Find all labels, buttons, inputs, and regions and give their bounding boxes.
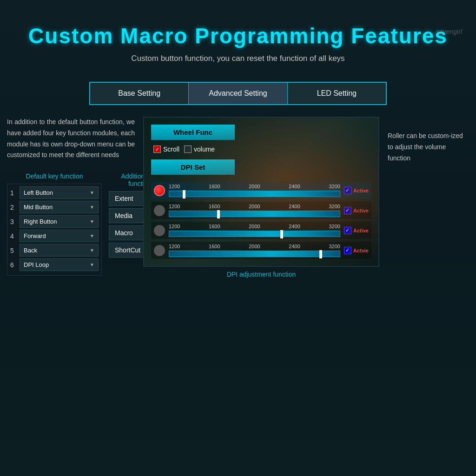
key-dropdown-3[interactable]: Right Button ▼ bbox=[20, 215, 99, 228]
active-label-4: Actvie bbox=[353, 248, 369, 253]
dpi-thumb-2[interactable] bbox=[217, 210, 220, 218]
volume-checkbox[interactable] bbox=[184, 145, 192, 153]
dpi-slider-container-2: 1200 1600 2000 2400 3200 bbox=[169, 204, 340, 217]
active-checkbox-1[interactable]: ✓ bbox=[344, 187, 351, 194]
active-checkbox-2[interactable]: ✓ bbox=[344, 207, 351, 214]
roller-description: Roller can be custom-ized to adjust the … bbox=[388, 131, 469, 164]
dpi-label-1600-4: 1600 bbox=[209, 244, 220, 249]
volume-checkbox-item: volume bbox=[184, 145, 215, 153]
dpi-label-2000-2: 2000 bbox=[249, 204, 260, 209]
dropdown-arrow-3: ▼ bbox=[90, 219, 94, 224]
key-num-6: 6 bbox=[10, 261, 20, 269]
dpi-slider-row-3: 1200 1600 2000 2400 3200 bbox=[151, 222, 371, 239]
active-check-icon-2: ✓ bbox=[345, 207, 350, 213]
key-functions-row: Default key function 1 Left Button ▼ bbox=[7, 172, 135, 276]
key-num-4: 4 bbox=[10, 232, 20, 240]
dpi-track-2[interactable] bbox=[169, 211, 340, 217]
tabs-container: Base Setting Advanced Setting LED Settin… bbox=[89, 82, 387, 105]
dpi-track-1[interactable] bbox=[169, 191, 340, 197]
key-dropdown-1[interactable]: Left Button ▼ bbox=[20, 186, 99, 199]
dpi-active-check-3: ✓ Active bbox=[344, 227, 369, 234]
header: Custom Macro Programming Features Custom… bbox=[0, 0, 476, 73]
key-row-5: 5 Back ▼ bbox=[10, 244, 99, 257]
dpi-label-3200-4: 3200 bbox=[329, 244, 340, 249]
dpi-slider-row-2: 1200 1600 2000 2400 3200 bbox=[151, 202, 371, 219]
scroll-checkbox[interactable]: ✓ bbox=[153, 145, 161, 153]
dpi-thumb-3[interactable] bbox=[280, 230, 283, 238]
dropdown-arrow-6: ▼ bbox=[90, 262, 94, 267]
active-label-1: Active bbox=[353, 188, 369, 193]
key-row-3: 3 Right Button ▼ bbox=[10, 215, 99, 228]
dpi-scale-labels-1: 1200 1600 2000 2400 3200 bbox=[169, 184, 340, 189]
page-subtitle: Custom button function, you can reset th… bbox=[9, 54, 467, 63]
dpi-label-1200-4: 1200 bbox=[169, 244, 180, 249]
dpi-slider-container-1: 1200 1600 2000 2400 3200 bbox=[169, 184, 340, 197]
dpi-slider-container-4: 1200 1600 2000 2400 3200 bbox=[169, 244, 340, 257]
active-check-icon-3: ✓ bbox=[345, 227, 350, 233]
dpi-label-3200-1: 3200 bbox=[329, 184, 340, 189]
watermark: savengirl bbox=[436, 28, 462, 35]
dpi-scale-labels-4: 1200 1600 2000 2400 3200 bbox=[169, 244, 340, 249]
dpi-scale-labels-2: 1200 1600 2000 2400 3200 bbox=[169, 204, 340, 209]
key-row-6: 6 DPI Loop ▼ bbox=[10, 258, 99, 271]
key-dropdown-6[interactable]: DPI Loop ▼ bbox=[20, 258, 99, 271]
dpi-label-2400-4: 2400 bbox=[289, 244, 300, 249]
dropdown-arrow-1: ▼ bbox=[90, 190, 94, 195]
wheel-func-button[interactable]: Wheel Func bbox=[151, 125, 235, 140]
dpi-thumb-1[interactable] bbox=[183, 190, 185, 198]
scroll-checkbox-item: ✓ Scroll bbox=[153, 145, 179, 153]
dpi-label-1600-3: 1600 bbox=[209, 224, 220, 229]
dpi-label-2000-3: 2000 bbox=[249, 224, 260, 229]
active-check-icon-1: ✓ bbox=[345, 187, 350, 193]
default-key-title: Default key function bbox=[7, 172, 102, 180]
key-num-5: 5 bbox=[10, 247, 20, 254]
active-check-icon-4: ✓ bbox=[345, 247, 350, 253]
left-column: In addition to the default button functi… bbox=[7, 117, 135, 276]
dpi-label-2400-2: 2400 bbox=[289, 204, 300, 209]
dpi-set-button[interactable]: DPI Set bbox=[151, 159, 235, 175]
key-dropdown-5[interactable]: Back ▼ bbox=[20, 244, 99, 257]
active-checkbox-4[interactable]: ✓ bbox=[344, 247, 351, 254]
center-column: Wheel Func ✓ Scroll volume DPI Se bbox=[143, 117, 379, 278]
dropdown-arrow-4: ▼ bbox=[90, 233, 94, 238]
dpi-active-check-2: ✓ Active bbox=[344, 207, 369, 214]
key-dropdown-4[interactable]: Forward ▼ bbox=[20, 230, 99, 242]
scroll-volume-row: ✓ Scroll volume bbox=[151, 145, 371, 153]
main-content: In addition to the default button functi… bbox=[0, 105, 476, 283]
key-dropdown-2[interactable]: Mid Button ▼ bbox=[20, 201, 99, 213]
dpi-track-4[interactable] bbox=[169, 251, 340, 257]
description-text: In addition to the default button functi… bbox=[7, 117, 135, 161]
dpi-active-check-1: ✓ Active bbox=[344, 187, 369, 194]
key-row-1: 1 Left Button ▼ bbox=[10, 186, 99, 199]
dpi-slider-row-4: 1200 1600 2000 2400 3200 bbox=[151, 242, 371, 259]
key-num-1: 1 bbox=[10, 189, 20, 197]
dpi-indicator-2 bbox=[154, 205, 165, 216]
tab-base[interactable]: Base Setting bbox=[90, 83, 189, 104]
dpi-slider-container-3: 1200 1600 2000 2400 3200 bbox=[169, 224, 340, 237]
active-label-2: Active bbox=[353, 208, 369, 213]
right-column: Roller can be custom-ized to adjust the … bbox=[388, 117, 469, 164]
dpi-label-3200-3: 3200 bbox=[329, 224, 340, 229]
dpi-slider-row-1: 1200 1600 2000 2400 3200 bbox=[151, 182, 371, 199]
dpi-sliders: 1200 1600 2000 2400 3200 bbox=[151, 182, 371, 259]
default-key-section: Default key function 1 Left Button ▼ bbox=[7, 172, 102, 276]
wheel-dpi-box: Wheel Func ✓ Scroll volume DPI Se bbox=[143, 117, 379, 267]
dpi-label-1200-2: 1200 bbox=[169, 204, 180, 209]
dpi-label-2000-1: 2000 bbox=[249, 184, 260, 189]
dpi-label-1200-1: 1200 bbox=[169, 184, 180, 189]
volume-label: volume bbox=[194, 145, 215, 153]
dpi-indicator-4 bbox=[154, 245, 165, 256]
dpi-label-2400-3: 2400 bbox=[289, 224, 300, 229]
tab-advanced[interactable]: Advanced Setting bbox=[189, 83, 287, 104]
active-label-3: Active bbox=[353, 228, 369, 233]
page-wrapper: savengirl Custom Macro Programming Featu… bbox=[0, 0, 476, 476]
dpi-track-3[interactable] bbox=[169, 231, 340, 237]
tab-led[interactable]: LED Setting bbox=[288, 83, 386, 104]
dpi-label-1600-2: 1600 bbox=[209, 204, 220, 209]
dpi-label-1200-3: 1200 bbox=[169, 224, 180, 229]
dpi-thumb-4[interactable] bbox=[319, 250, 322, 258]
active-checkbox-3[interactable]: ✓ bbox=[344, 227, 351, 234]
default-key-list: 1 Left Button ▼ 2 Mid Button ▼ bbox=[7, 184, 102, 276]
key-num-3: 3 bbox=[10, 218, 20, 225]
dpi-label-2000-4: 2000 bbox=[249, 244, 260, 249]
